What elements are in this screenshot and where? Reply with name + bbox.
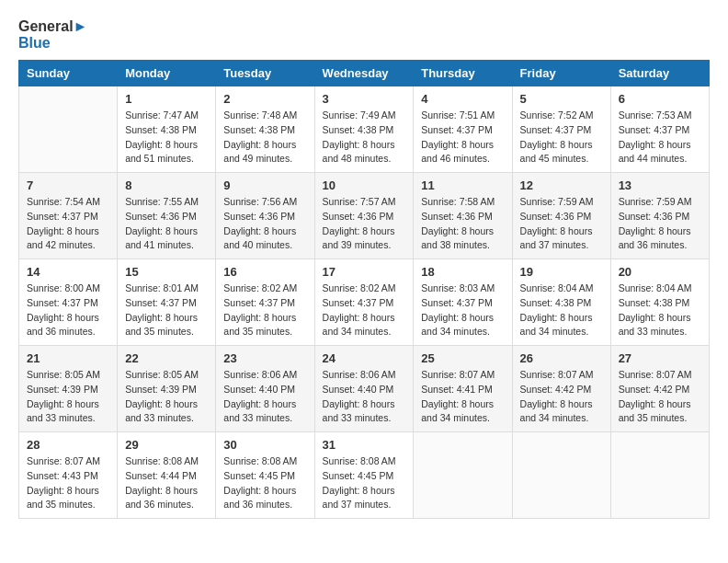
day-number: 21 [27, 351, 109, 365]
day-number: 4 [421, 92, 504, 106]
calendar-cell: 17Sunrise: 8:02 AMSunset: 4:37 PMDayligh… [314, 259, 414, 346]
weekday-header-thursday: Thursday [414, 61, 512, 86]
day-info: Sunrise: 8:08 AMSunset: 4:45 PMDaylight:… [223, 454, 306, 512]
day-number: 18 [421, 265, 504, 279]
calendar-cell: 11Sunrise: 7:58 AMSunset: 4:36 PMDayligh… [414, 173, 512, 259]
calendar-cell [19, 86, 118, 173]
day-info: Sunrise: 8:04 AMSunset: 4:38 PMDaylight:… [520, 282, 603, 339]
day-number: 1 [125, 92, 208, 106]
day-number: 28 [27, 438, 109, 452]
calendar-cell: 16Sunrise: 8:02 AMSunset: 4:37 PMDayligh… [216, 259, 314, 346]
day-number: 14 [27, 265, 109, 279]
day-info: Sunrise: 7:52 AMSunset: 4:37 PMDaylight:… [520, 109, 603, 167]
day-info: Sunrise: 8:07 AMSunset: 4:41 PMDaylight:… [421, 368, 504, 426]
calendar-cell [512, 432, 610, 519]
calendar-cell: 3Sunrise: 7:49 AMSunset: 4:38 PMDaylight… [314, 86, 414, 173]
calendar-cell: 8Sunrise: 7:55 AMSunset: 4:36 PMDaylight… [118, 173, 216, 259]
calendar-cell: 19Sunrise: 8:04 AMSunset: 4:38 PMDayligh… [512, 259, 610, 346]
calendar-week-4: 21Sunrise: 8:05 AMSunset: 4:39 PMDayligh… [19, 346, 710, 432]
calendar-cell: 20Sunrise: 8:04 AMSunset: 4:38 PMDayligh… [610, 259, 709, 346]
calendar-cell: 28Sunrise: 8:07 AMSunset: 4:43 PMDayligh… [19, 432, 118, 519]
calendar-cell: 13Sunrise: 7:59 AMSunset: 4:36 PMDayligh… [610, 173, 709, 259]
day-info: Sunrise: 8:01 AMSunset: 4:37 PMDaylight:… [125, 282, 208, 339]
day-info: Sunrise: 8:07 AMSunset: 4:42 PMDaylight:… [619, 368, 701, 426]
calendar-cell: 26Sunrise: 8:07 AMSunset: 4:42 PMDayligh… [512, 346, 610, 432]
day-info: Sunrise: 8:05 AMSunset: 4:39 PMDaylight:… [27, 368, 109, 426]
day-info: Sunrise: 7:55 AMSunset: 4:36 PMDaylight:… [125, 195, 208, 253]
calendar-cell: 23Sunrise: 8:06 AMSunset: 4:40 PMDayligh… [216, 346, 314, 432]
day-number: 3 [323, 92, 406, 106]
day-number: 26 [520, 351, 603, 365]
day-info: Sunrise: 8:07 AMSunset: 4:43 PMDaylight:… [27, 454, 109, 512]
calendar-cell: 27Sunrise: 8:07 AMSunset: 4:42 PMDayligh… [610, 346, 709, 432]
day-info: Sunrise: 8:07 AMSunset: 4:42 PMDaylight:… [520, 368, 603, 426]
calendar-cell: 30Sunrise: 8:08 AMSunset: 4:45 PMDayligh… [216, 432, 314, 519]
calendar-cell: 9Sunrise: 7:56 AMSunset: 4:36 PMDaylight… [216, 173, 314, 259]
calendar-cell: 6Sunrise: 7:53 AMSunset: 4:37 PMDaylight… [610, 86, 709, 173]
day-info: Sunrise: 7:57 AMSunset: 4:36 PMDaylight:… [323, 195, 406, 253]
weekday-header-monday: Monday [118, 61, 216, 86]
calendar-cell: 24Sunrise: 8:06 AMSunset: 4:40 PMDayligh… [314, 346, 414, 432]
day-number: 24 [323, 351, 406, 365]
day-info: Sunrise: 8:08 AMSunset: 4:44 PMDaylight:… [125, 454, 208, 512]
weekday-header-friday: Friday [512, 61, 610, 86]
day-info: Sunrise: 7:48 AMSunset: 4:38 PMDaylight:… [223, 109, 306, 167]
calendar-table: SundayMondayTuesdayWednesdayThursdayFrid… [18, 60, 710, 519]
day-number: 17 [323, 265, 406, 279]
day-number: 10 [323, 178, 406, 192]
day-number: 11 [421, 178, 504, 192]
day-info: Sunrise: 8:05 AMSunset: 4:39 PMDaylight:… [125, 368, 208, 426]
calendar-cell: 21Sunrise: 8:05 AMSunset: 4:39 PMDayligh… [19, 346, 118, 432]
day-info: Sunrise: 7:59 AMSunset: 4:36 PMDaylight:… [619, 195, 701, 253]
calendar-week-5: 28Sunrise: 8:07 AMSunset: 4:43 PMDayligh… [19, 432, 710, 519]
weekday-header-tuesday: Tuesday [216, 61, 314, 86]
calendar-cell: 15Sunrise: 8:01 AMSunset: 4:37 PMDayligh… [118, 259, 216, 346]
day-info: Sunrise: 8:06 AMSunset: 4:40 PMDaylight:… [223, 368, 306, 426]
day-info: Sunrise: 7:49 AMSunset: 4:38 PMDaylight:… [323, 109, 406, 167]
day-number: 9 [223, 178, 306, 192]
day-number: 7 [27, 178, 109, 192]
calendar-cell [414, 432, 512, 519]
day-info: Sunrise: 7:58 AMSunset: 4:36 PMDaylight:… [421, 195, 504, 253]
calendar-cell: 4Sunrise: 7:51 AMSunset: 4:37 PMDaylight… [414, 86, 512, 173]
calendar-cell: 5Sunrise: 7:52 AMSunset: 4:37 PMDaylight… [512, 86, 610, 173]
day-number: 27 [619, 351, 701, 365]
day-info: Sunrise: 7:56 AMSunset: 4:36 PMDaylight:… [223, 195, 306, 253]
day-number: 23 [223, 351, 306, 365]
day-info: Sunrise: 8:06 AMSunset: 4:40 PMDaylight:… [323, 368, 406, 426]
calendar-cell: 12Sunrise: 7:59 AMSunset: 4:36 PMDayligh… [512, 173, 610, 259]
logo: General► Blue [18, 18, 87, 51]
weekday-header-wednesday: Wednesday [314, 61, 414, 86]
day-number: 6 [619, 92, 701, 106]
calendar-cell: 22Sunrise: 8:05 AMSunset: 4:39 PMDayligh… [118, 346, 216, 432]
day-info: Sunrise: 7:47 AMSunset: 4:38 PMDaylight:… [125, 109, 208, 167]
logo-text: General► Blue [18, 18, 87, 51]
day-info: Sunrise: 8:02 AMSunset: 4:37 PMDaylight:… [223, 282, 306, 339]
day-info: Sunrise: 8:03 AMSunset: 4:37 PMDaylight:… [421, 282, 504, 339]
day-info: Sunrise: 7:51 AMSunset: 4:37 PMDaylight:… [421, 109, 504, 167]
weekday-header-saturday: Saturday [610, 61, 709, 86]
day-number: 25 [421, 351, 504, 365]
calendar-week-2: 7Sunrise: 7:54 AMSunset: 4:37 PMDaylight… [19, 173, 710, 259]
day-number: 16 [223, 265, 306, 279]
day-info: Sunrise: 8:00 AMSunset: 4:37 PMDaylight:… [27, 282, 109, 339]
day-number: 30 [223, 438, 306, 452]
day-info: Sunrise: 8:02 AMSunset: 4:37 PMDaylight:… [323, 282, 406, 339]
day-info: Sunrise: 7:54 AMSunset: 4:37 PMDaylight:… [27, 195, 109, 253]
day-number: 20 [619, 265, 701, 279]
day-number: 13 [619, 178, 701, 192]
day-number: 2 [223, 92, 306, 106]
calendar-week-3: 14Sunrise: 8:00 AMSunset: 4:37 PMDayligh… [19, 259, 710, 346]
day-info: Sunrise: 8:08 AMSunset: 4:45 PMDaylight:… [323, 454, 406, 512]
day-number: 29 [125, 438, 208, 452]
calendar-cell: 10Sunrise: 7:57 AMSunset: 4:36 PMDayligh… [314, 173, 414, 259]
calendar-header-row: SundayMondayTuesdayWednesdayThursdayFrid… [19, 61, 710, 86]
day-number: 31 [323, 438, 406, 452]
calendar-week-1: 1Sunrise: 7:47 AMSunset: 4:38 PMDaylight… [19, 86, 710, 173]
day-number: 12 [520, 178, 603, 192]
day-info: Sunrise: 7:53 AMSunset: 4:37 PMDaylight:… [619, 109, 701, 167]
header: General► Blue [18, 18, 710, 51]
calendar-cell: 7Sunrise: 7:54 AMSunset: 4:37 PMDaylight… [19, 173, 118, 259]
day-info: Sunrise: 7:59 AMSunset: 4:36 PMDaylight:… [520, 195, 603, 253]
calendar-cell: 25Sunrise: 8:07 AMSunset: 4:41 PMDayligh… [414, 346, 512, 432]
